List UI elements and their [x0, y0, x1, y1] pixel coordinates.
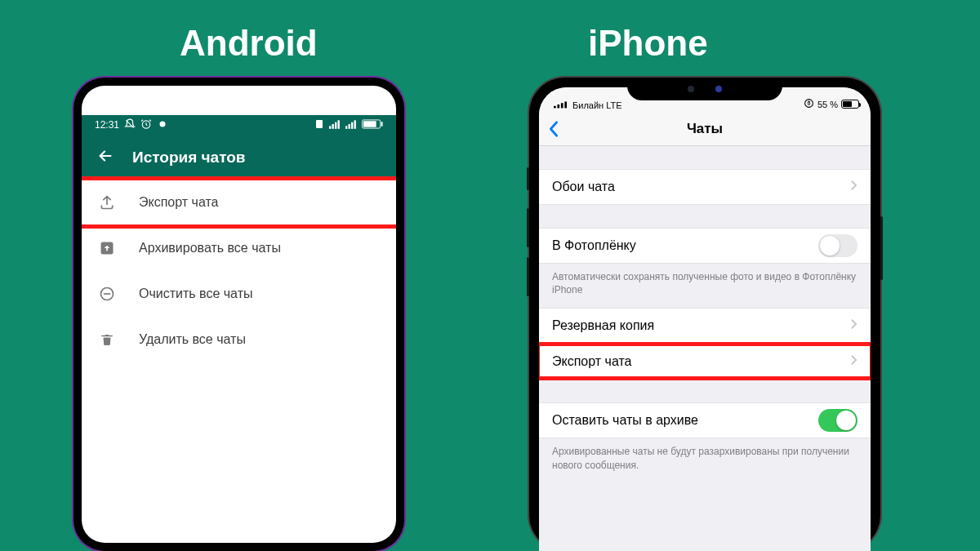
clear-icon [98, 285, 116, 303]
heading-iphone: iPhone [588, 23, 708, 64]
battery-percent: 55 % [817, 100, 838, 109]
mute-switch [527, 167, 529, 190]
archive-icon [98, 239, 116, 257]
item-label: Удалить все чаты [139, 332, 246, 347]
android-screen: 12:31 [82, 86, 396, 543]
row-label: Резервная копия [552, 318, 654, 333]
nav-title: Чаты [687, 121, 723, 137]
svg-rect-8 [349, 124, 350, 129]
dnd-icon [124, 118, 136, 132]
item-archive-all[interactable]: Архивировать все чаты [82, 225, 396, 271]
item-clear-all[interactable]: Очистить все чаты [82, 271, 396, 317]
section-footer: Архивированные чаты не будут разархивиро… [539, 438, 871, 482]
trash-icon [98, 331, 116, 349]
item-delete-all[interactable]: Удалить все чаты [82, 317, 396, 362]
svg-rect-17 [554, 106, 556, 109]
android-header: История чатов [82, 135, 396, 180]
volume-up-button [527, 208, 529, 247]
svg-rect-3 [329, 126, 331, 129]
chevron-right-icon [850, 354, 858, 369]
svg-rect-12 [381, 122, 383, 127]
iphone-screen: Билайн LTE 55 % Чаты Обои чата [539, 87, 871, 551]
row-export-chat[interactable]: Экспорт чата [539, 344, 871, 380]
status-time: 12:31 [95, 119, 119, 131]
svg-rect-7 [345, 126, 347, 129]
carrier-label: Билайн LTE [572, 100, 622, 110]
back-button[interactable] [547, 120, 560, 141]
alarm-icon [140, 118, 152, 132]
chevron-right-icon [850, 180, 858, 194]
svg-rect-9 [351, 122, 353, 128]
row-chat-wallpaper[interactable]: Обои чата [539, 169, 871, 205]
item-export-chat[interactable]: Экспорт чата [82, 180, 396, 225]
svg-rect-13 [363, 121, 376, 127]
item-label: Архивировать все чаты [139, 241, 281, 256]
svg-point-21 [805, 100, 813, 108]
svg-rect-4 [332, 124, 334, 129]
toggle-keep-archived[interactable] [818, 409, 858, 432]
svg-rect-6 [338, 120, 340, 129]
svg-rect-2 [316, 120, 323, 128]
row-backup[interactable]: Резервная копия [539, 308, 871, 344]
signal-icon [329, 119, 341, 131]
power-button [880, 216, 883, 280]
svg-rect-16 [101, 335, 113, 337]
item-label: Очистить все чаты [139, 287, 252, 301]
page-title: История чатов [132, 149, 245, 167]
battery-icon [362, 119, 383, 131]
sim-icon [314, 119, 324, 131]
row-label: Экспорт чата [552, 354, 632, 369]
orientation-lock-icon [804, 98, 814, 110]
svg-rect-19 [561, 103, 564, 108]
row-save-to-camera-roll[interactable]: В Фотоплёнку [539, 228, 871, 264]
svg-rect-5 [335, 122, 336, 128]
svg-point-1 [160, 121, 166, 127]
android-status-bar: 12:31 [82, 115, 396, 135]
volume-down-button [527, 257, 529, 296]
iphone-notch [627, 78, 782, 100]
back-icon[interactable] [96, 147, 114, 168]
android-list: Экспорт чата Архивировать все чаты Очист… [82, 180, 396, 362]
battery-icon [841, 100, 859, 109]
svg-rect-20 [564, 101, 567, 108]
spacer [539, 146, 871, 169]
sync-icon [157, 118, 168, 132]
spacer [539, 380, 871, 402]
signal-dots-icon [554, 100, 569, 110]
heading-android: Android [180, 23, 318, 64]
row-keep-chats-archived[interactable]: Оставить чаты в архиве [539, 402, 871, 438]
signal-2-icon [345, 119, 357, 131]
spacer [539, 205, 871, 228]
android-phone-frame: 12:31 [74, 78, 404, 551]
toggle-save-to-camera-roll[interactable] [818, 234, 858, 257]
iphone-frame: Билайн LTE 55 % Чаты Обои чата [529, 78, 880, 551]
row-label: В Фотоплёнку [552, 238, 636, 253]
svg-rect-18 [557, 104, 559, 108]
row-label: Оставить чаты в архиве [552, 413, 698, 428]
chevron-right-icon [850, 318, 858, 333]
ios-nav-bar: Чаты [539, 112, 871, 146]
item-label: Экспорт чата [139, 195, 219, 210]
row-label: Обои чата [552, 180, 615, 194]
svg-rect-10 [354, 120, 356, 129]
upload-icon [98, 193, 116, 211]
section-footer: Автоматически сохранять полученные фото … [539, 264, 871, 308]
